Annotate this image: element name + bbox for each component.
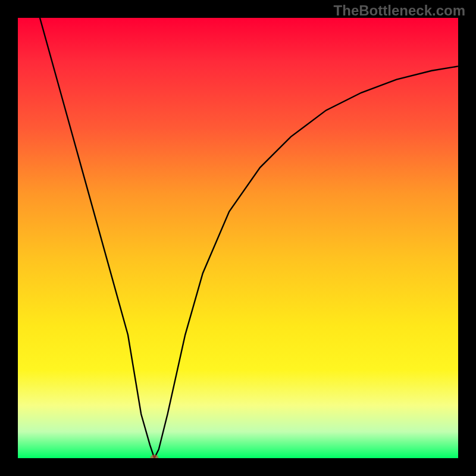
minimum-marker — [150, 455, 158, 458]
chart-plot-area — [18, 18, 458, 458]
chart-svg — [18, 18, 458, 458]
watermark-text: TheBottleneck.com — [334, 2, 465, 19]
bottleneck-curve — [40, 18, 458, 458]
